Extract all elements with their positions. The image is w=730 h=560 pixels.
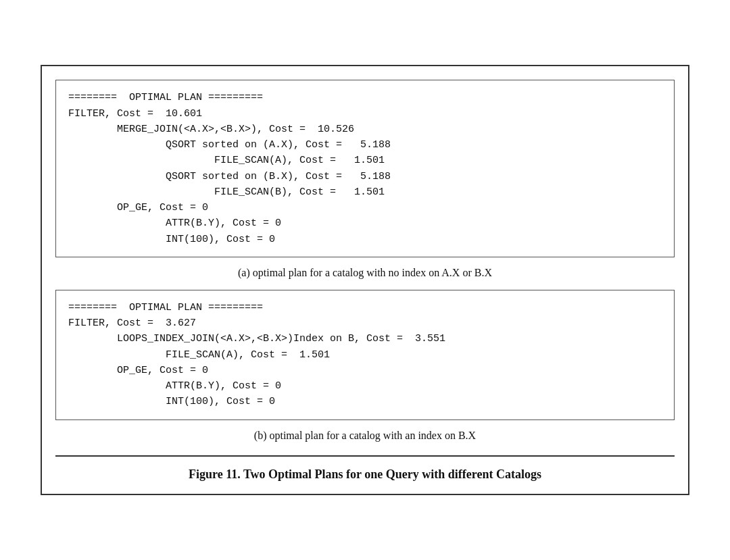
code-box-b: ======== OPTIMAL PLAN ========= FILTER, … xyxy=(55,290,675,420)
code-box-a: ======== OPTIMAL PLAN ========= FILTER, … xyxy=(55,80,675,257)
figure-title: Figure 11. Two Optimal Plans for one Que… xyxy=(55,455,675,487)
caption-a: (a) optimal plan for a catalog with no i… xyxy=(55,257,675,290)
caption-b: (b) optimal plan for a catalog with an i… xyxy=(55,420,675,453)
page-container: ======== OPTIMAL PLAN ========= FILTER, … xyxy=(0,0,730,560)
figure-container: ======== OPTIMAL PLAN ========= FILTER, … xyxy=(41,65,689,494)
